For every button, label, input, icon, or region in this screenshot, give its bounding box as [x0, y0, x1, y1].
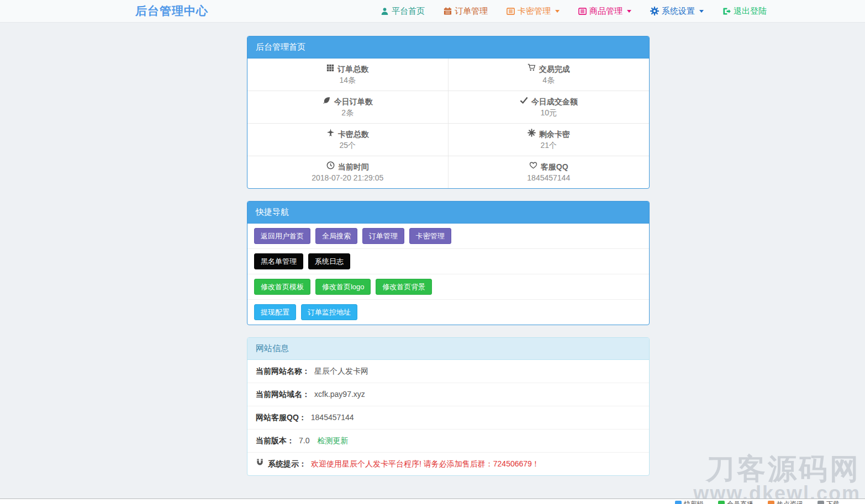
stat-value: 10元	[451, 108, 647, 118]
quick-nav-row-green: 修改首页模板 修改首页logo 修改首页背景	[247, 274, 649, 300]
live-icon	[718, 501, 725, 504]
nav-item-goods-management[interactable]: 商品管理	[578, 6, 631, 17]
site-qq-label: 网站客服QQ：	[256, 412, 307, 423]
site-domain-row: 当前网站域名： xcfk.pay97.xyz	[247, 383, 649, 406]
version-row: 当前版本： 7.0 检测更新	[247, 429, 649, 453]
site-info-panel: 网站信息 当前网站名称： 星辰个人发卡网 当前网站域名： xcfk.pay97.…	[247, 337, 650, 476]
heart-icon	[529, 161, 537, 172]
quick-nav-panel: 快捷导航 返回用户首页 全局搜索 订单管理 卡密管理 黑名单管理 系统日志 修改…	[247, 201, 650, 325]
quick-nav-panel-title: 快捷导航	[247, 201, 649, 224]
watermark-line1: 刀客源码网	[693, 454, 861, 484]
system-tip-row: 系统提示： 欢迎使用星辰个人发卡平台程序! 请务必添加售后群：724506679…	[247, 453, 649, 475]
site-name-value: 星辰个人发卡网	[314, 365, 368, 377]
stat-completed-trades: 交易完成 4条	[449, 59, 650, 91]
asterisk-icon	[528, 129, 536, 140]
site-name-label: 当前网站名称：	[256, 365, 310, 377]
user-icon	[381, 7, 389, 15]
news-icon	[768, 501, 774, 504]
edit-home-template-button[interactable]: 修改首页模板	[254, 279, 310, 295]
chevron-down-icon	[627, 10, 631, 13]
clock-icon	[326, 161, 335, 172]
site-name-row: 当前网站名称： 星辰个人发卡网	[247, 360, 649, 383]
bottom-bar-quick-clip[interactable]: 快剪辑	[675, 500, 704, 504]
logout-icon	[722, 7, 731, 15]
nav-menu: 平台首页 订单管理 卡密管理 商品管理 系统设置	[381, 6, 767, 17]
magnet-icon	[256, 458, 268, 470]
quick-nav-row-sky: 提现配置 订单监控地址	[247, 300, 649, 325]
stat-value: 2条	[250, 108, 446, 118]
quick-nav-row-purple: 返回用户首页 全局搜索 订单管理 卡密管理	[247, 224, 649, 249]
plane-icon	[326, 129, 335, 140]
stat-value: 14条	[250, 75, 446, 86]
stat-total-orders: 订单总数 14条	[247, 59, 449, 91]
global-search-button[interactable]: 全局搜索	[315, 228, 357, 244]
stats-grid: 订单总数 14条 交易完成 4条 今日订单数 2条	[247, 59, 649, 188]
stat-remaining-cards: 剩余卡密 21个	[449, 124, 650, 156]
nav-item-card-management[interactable]: 卡密管理	[507, 6, 560, 17]
cart-icon	[528, 63, 536, 75]
order-monitor-url-button[interactable]: 订单监控地址	[301, 304, 357, 320]
chevron-down-icon	[699, 10, 704, 13]
stat-value: 2018-07-20 21:29:05	[250, 173, 446, 183]
check-update-link[interactable]: 检测更新	[317, 435, 348, 447]
stat-service-qq: 客服QQ 1845457144	[449, 156, 650, 188]
quick-nav-row-black: 黑名单管理 系统日志	[247, 249, 649, 274]
stat-value: 25个	[250, 140, 446, 151]
site-qq-row: 网站客服QQ： 1845457144	[247, 406, 649, 429]
withdraw-config-button[interactable]: 提现配置	[254, 304, 296, 320]
brand-title[interactable]: 后台管理中心	[135, 3, 208, 19]
stat-current-time: 当前时间 2018-07-20 21:29:05	[247, 156, 449, 188]
main-container: 后台管理首页 订单总数 14条 交易完成 4条 今日订单数	[247, 36, 650, 476]
site-domain-label: 当前网站域名：	[256, 389, 310, 400]
card-management-button[interactable]: 卡密管理	[409, 228, 451, 244]
chevron-down-icon	[555, 10, 560, 13]
list-icon	[578, 7, 587, 15]
stat-value: 1845457144	[451, 173, 647, 183]
version-label: 当前版本：	[256, 435, 294, 447]
browser-bottom-bar: 快剪辑 会员直播 热点资讯 下载	[0, 498, 865, 504]
edit-home-background-button[interactable]: 修改首页背景	[376, 279, 432, 295]
bottom-bar-news[interactable]: 热点资讯	[768, 500, 803, 504]
nav-item-system-settings[interactable]: 系统设置	[650, 6, 704, 17]
nav-item-logout[interactable]: 退出登陆	[722, 6, 767, 17]
version-value: 7.0	[299, 435, 309, 447]
site-domain-value: xcfk.pay97.xyz	[314, 389, 365, 400]
nav-item-platform-home[interactable]: 平台首页	[381, 6, 425, 17]
stat-value: 4条	[451, 75, 647, 86]
dashboard-panel-title: 后台管理首页	[247, 36, 649, 59]
play-icon	[675, 501, 682, 504]
order-management-button[interactable]: 订单管理	[362, 228, 404, 244]
system-log-button[interactable]: 系统日志	[308, 253, 350, 269]
stat-today-amount: 今日成交金额 10元	[449, 91, 650, 124]
blacklist-button[interactable]: 黑名单管理	[254, 253, 303, 269]
system-tip-message: 欢迎使用星辰个人发卡平台程序! 请务必添加售后群：724506679！	[311, 458, 540, 470]
gear-icon	[650, 7, 659, 15]
system-tip-label: 系统提示：	[268, 458, 307, 470]
download-icon	[817, 501, 824, 504]
check-icon	[520, 96, 528, 107]
stat-value: 21个	[451, 140, 647, 151]
nav-item-order-management[interactable]: 订单管理	[444, 6, 488, 17]
stat-today-orders: 今日订单数 2条	[247, 91, 449, 124]
bottom-bar-live[interactable]: 会员直播	[718, 500, 753, 504]
edit-home-logo-button[interactable]: 修改首页logo	[315, 279, 371, 295]
stat-total-cards: 卡密总数 25个	[247, 124, 449, 156]
leaf-icon	[323, 96, 331, 107]
top-navbar: 后台管理中心 平台首页 订单管理 卡密管理 商品管理	[0, 0, 865, 23]
site-qq-value: 1845457144	[311, 412, 354, 423]
user-home-button[interactable]: 返回用户首页	[254, 228, 310, 244]
dashboard-panel: 后台管理首页 订单总数 14条 交易完成 4条 今日订单数	[247, 36, 650, 189]
site-info-panel-title: 网站信息	[247, 338, 649, 360]
grid-icon	[326, 63, 334, 75]
bottom-bar-download[interactable]: 下载	[817, 500, 840, 504]
list-icon	[507, 7, 515, 15]
calendar-icon	[444, 7, 452, 15]
watermark: 刀客源码网 www.dkewl.com	[693, 454, 861, 504]
